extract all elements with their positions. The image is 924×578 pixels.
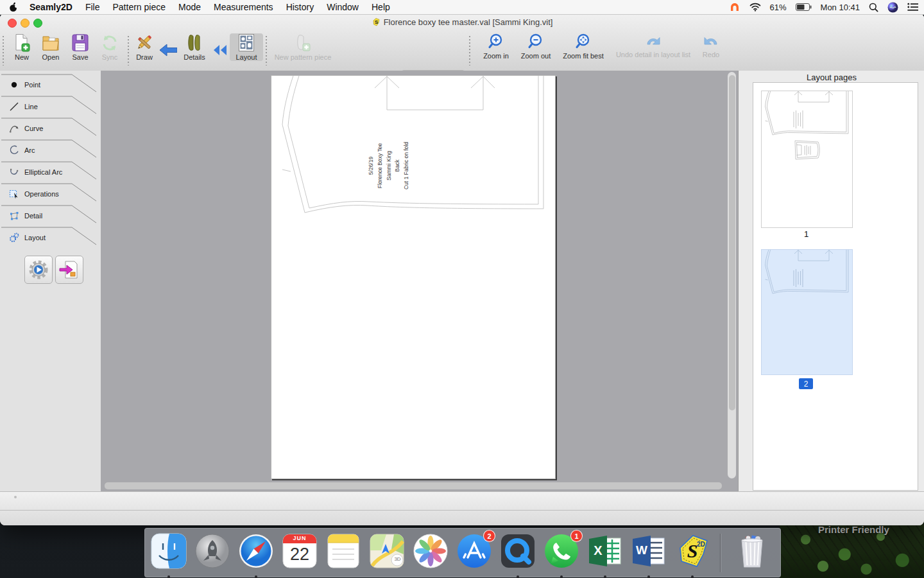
dock-notes[interactable] xyxy=(325,532,362,570)
menu-mode[interactable]: Mode xyxy=(172,0,207,14)
sidebar-item-operations[interactable]: Operations xyxy=(0,186,105,202)
save-button[interactable]: Save xyxy=(67,33,94,61)
maps-3d-label: 3D xyxy=(392,556,403,562)
redo-button: Redo xyxy=(697,33,725,58)
launchpad-icon xyxy=(194,532,231,570)
siri-icon[interactable] xyxy=(887,2,898,13)
dock-divider xyxy=(720,534,721,572)
window-chrome: S Florence boxy tee master.val [Sammi Ki… xyxy=(0,14,924,71)
menu-file[interactable]: File xyxy=(79,0,107,14)
finder-icon xyxy=(150,532,187,570)
window-title: Florence boxy tee master.val [Sammi King… xyxy=(384,17,553,27)
layout-settings-button[interactable] xyxy=(24,256,53,284)
elliptical-arc-icon xyxy=(9,167,19,177)
menu-window[interactable]: Window xyxy=(320,0,365,14)
app-store-badge: 2 xyxy=(483,530,495,542)
sidebar-item-arc[interactable]: Arc xyxy=(0,142,105,159)
page2-preview xyxy=(762,250,852,374)
zoom-fit-best-icon xyxy=(575,33,592,51)
spotlight-icon[interactable] xyxy=(869,3,878,12)
status-grip xyxy=(14,496,17,498)
calendar-day: 22 xyxy=(281,545,318,565)
menu-measurements[interactable]: Measurements xyxy=(207,0,280,14)
dock-finder[interactable] xyxy=(150,532,187,570)
tool-sidebar: Point Line Curve Arc xyxy=(0,71,101,491)
sidebar-item-detail[interactable]: Detail xyxy=(0,207,105,224)
sidebar-item-elliptical-arc[interactable]: Elliptical Arc xyxy=(0,164,105,180)
seamly-logo-sup: 2D xyxy=(697,541,708,548)
notification-center-icon[interactable] xyxy=(907,3,919,12)
layout-pages-panel: Layout pages xyxy=(738,71,924,491)
horizontal-scrollbar-thumb[interactable] xyxy=(105,482,722,489)
piece-label-line: Back xyxy=(394,159,400,172)
vertical-scrollbar[interactable] xyxy=(728,72,736,478)
layout-page-thumbnail-1[interactable] xyxy=(761,91,853,228)
export-layout-button[interactable] xyxy=(55,256,83,284)
layout-pages-list[interactable]: 1 xyxy=(753,82,918,491)
wifi-icon[interactable] xyxy=(749,3,761,12)
dock-maps[interactable]: 3D xyxy=(368,532,406,570)
apple-menu[interactable] xyxy=(0,2,23,12)
details-mode-button[interactable]: Details xyxy=(178,33,210,61)
dock-word[interactable]: W xyxy=(630,532,667,570)
sync-icon xyxy=(100,33,119,53)
excel-letter: X xyxy=(590,543,606,558)
undo-button: Undo detail in layout list xyxy=(617,33,689,58)
sidebar-item-layout[interactable]: Layout xyxy=(0,229,105,246)
pattern-piece-drawing: 5/26/19 Florence Boxy Tee Sammi King Bac… xyxy=(271,76,555,478)
layout-page-thumbnail-2[interactable] xyxy=(761,249,853,375)
page-1-number[interactable]: 1 xyxy=(761,229,851,239)
zoom-out-icon xyxy=(527,33,544,51)
new-pattern-piece-icon xyxy=(293,33,312,53)
dock-calendar[interactable]: JUN 22 xyxy=(281,532,318,570)
menu-extra-app-icon[interactable] xyxy=(729,2,740,12)
menu-clock[interactable]: Mon 10:41 xyxy=(821,3,860,12)
dock-safari[interactable] xyxy=(237,532,275,570)
layout-mode-button[interactable]: Layout xyxy=(230,33,263,61)
sidebar-item-line[interactable]: Line xyxy=(0,98,105,115)
running-indicator xyxy=(691,575,694,578)
dock-whatsapp[interactable]: 1 xyxy=(543,532,580,570)
undo-arrow-icon xyxy=(644,33,662,50)
layout-page-sheet: 5/26/19 Florence Boxy Tee Sammi King Bac… xyxy=(271,75,556,479)
seamly-doc-icon: S xyxy=(372,17,381,27)
battery-percent: 61% xyxy=(770,3,787,12)
menu-history[interactable]: History xyxy=(280,0,321,14)
open-folder-icon xyxy=(41,33,60,53)
toolbar-separator xyxy=(469,36,470,66)
toolbar: New Open xyxy=(0,31,924,71)
layout-canvas[interactable]: 5/26/19 Florence Boxy Tee Sammi King Bac… xyxy=(101,71,738,491)
dock-trash[interactable] xyxy=(732,532,772,570)
layout-gears-icon xyxy=(9,232,19,243)
whatsapp-badge: 1 xyxy=(570,530,583,542)
menu-pattern-piece[interactable]: Pattern piece xyxy=(107,0,173,14)
new-button[interactable]: New xyxy=(9,33,35,61)
dock-app-store[interactable]: 2 xyxy=(456,532,493,570)
wallpaper-text: Printer Friendly xyxy=(818,524,889,535)
operations-icon xyxy=(9,189,19,199)
zoom-out-button[interactable]: Zoom out xyxy=(518,33,553,60)
running-indicator xyxy=(560,575,563,578)
toolbar-handle xyxy=(3,36,4,66)
new-pattern-piece-button: New pattern piece xyxy=(272,33,334,61)
word-letter: W xyxy=(633,543,650,557)
sidebar-item-curve[interactable]: Curve xyxy=(0,120,105,137)
dock-photos[interactable] xyxy=(412,532,449,570)
running-indicator xyxy=(517,575,519,578)
draw-mode-button[interactable]: Draw xyxy=(130,33,158,61)
sidebar-item-point[interactable]: Point xyxy=(0,76,105,93)
dock-excel[interactable]: X xyxy=(586,532,624,570)
dock-quicktime[interactable] xyxy=(499,532,536,570)
running-indicator xyxy=(255,575,257,578)
menu-bar: Seamly2D File Pattern piece Mode Measure… xyxy=(0,0,924,15)
menu-help[interactable]: Help xyxy=(365,0,397,14)
dock-seamly2d[interactable]: S 2D xyxy=(674,532,711,570)
dock-launchpad[interactable] xyxy=(194,532,231,570)
zoom-fit-best-button[interactable]: Zoom fit best xyxy=(560,33,607,60)
zoom-in-button[interactable]: Zoom in xyxy=(480,33,512,60)
vertical-scrollbar-thumb[interactable] xyxy=(729,75,735,410)
apple-icon xyxy=(9,2,18,12)
menu-app-name[interactable]: Seamly2D xyxy=(23,0,79,14)
page-2-selected-badge[interactable]: 2 xyxy=(799,378,813,389)
open-button[interactable]: Open xyxy=(37,33,64,61)
